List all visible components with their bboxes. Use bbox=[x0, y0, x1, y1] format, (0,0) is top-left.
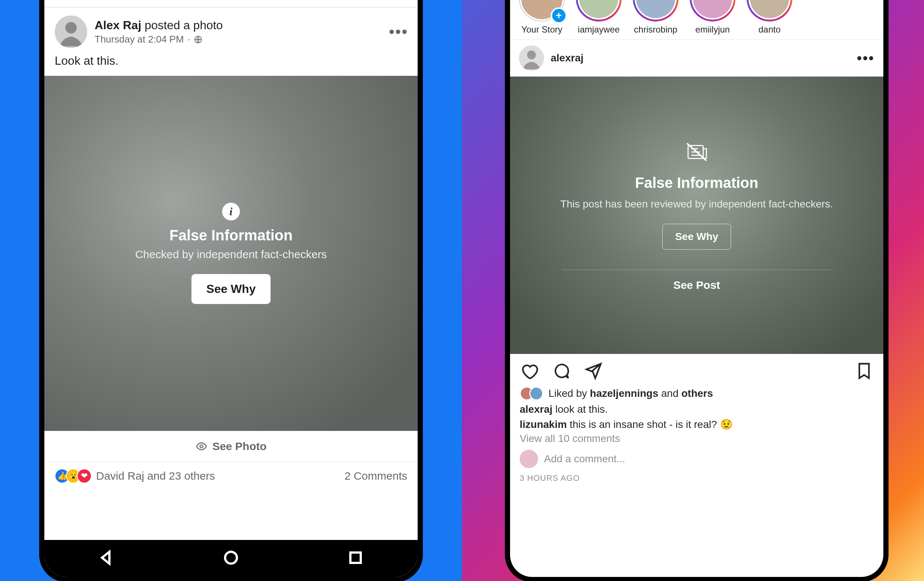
android-recents-button[interactable] bbox=[346, 549, 365, 568]
ig-more-button[interactable]: ••• bbox=[857, 50, 874, 66]
story-item[interactable]: emiilyjun bbox=[690, 0, 736, 35]
svg-point-11 bbox=[225, 552, 237, 564]
bookmark-icon bbox=[855, 361, 874, 381]
ig-timeago: 3 HOURS AGO bbox=[510, 472, 883, 485]
news-off-icon bbox=[684, 139, 710, 165]
story-label: danto bbox=[758, 25, 780, 35]
author-avatar[interactable] bbox=[55, 15, 87, 48]
reactions-text: David Raj and 23 others bbox=[96, 470, 215, 482]
facebook-top-tabs bbox=[45, 0, 417, 7]
save-button[interactable] bbox=[855, 361, 874, 382]
ig-likes-row[interactable]: Liked by hazeljennings and others bbox=[510, 386, 883, 401]
story-label: iamjaywee bbox=[578, 25, 619, 35]
add-story-icon: + bbox=[551, 7, 567, 24]
self-avatar bbox=[520, 450, 538, 468]
ig-author-avatar[interactable] bbox=[519, 45, 544, 71]
stories-tray[interactable]: +Your Storyiamjayweechrisrobinpemiilyjun… bbox=[510, 0, 883, 40]
liker-avatars bbox=[520, 386, 543, 401]
ig-see-post-button[interactable]: See Post bbox=[673, 279, 720, 291]
story-item[interactable]: +Your Story bbox=[519, 0, 565, 35]
ig-overlay-title: False Information bbox=[635, 175, 758, 191]
svg-point-8 bbox=[65, 22, 77, 34]
post-caption: Look at this. bbox=[45, 52, 417, 76]
see-why-button[interactable]: See Why bbox=[191, 274, 270, 304]
facebook-phone-frame: Alex Raj posted a photo Thursday at 2:04… bbox=[45, 0, 417, 577]
reaction-icons: 👍 😮 ❤ bbox=[55, 468, 92, 483]
comment-button[interactable] bbox=[551, 361, 571, 382]
eye-icon bbox=[196, 440, 207, 452]
story-label: Your Story bbox=[521, 25, 562, 35]
share-button[interactable] bbox=[583, 361, 602, 382]
see-photo-button[interactable]: See Photo bbox=[45, 431, 417, 462]
svg-point-10 bbox=[200, 445, 203, 448]
overlay-title: False Information bbox=[135, 227, 327, 244]
ig-overlay-divider bbox=[562, 270, 832, 270]
comments-count[interactable]: 2 Comments bbox=[345, 470, 407, 482]
overlay-subtitle: Checked by independent fact-checkers bbox=[135, 248, 327, 261]
android-home-button[interactable] bbox=[222, 549, 240, 568]
instagram-phone-frame: +Your Storyiamjayweechrisrobinpemiilyjun… bbox=[510, 0, 883, 577]
view-all-comments[interactable]: View all 10 comments bbox=[510, 431, 883, 446]
story-label: chrisrobinp bbox=[634, 25, 677, 35]
add-comment-row[interactable]: Add a comment... bbox=[510, 446, 883, 472]
ig-post-header: alexraj ••• bbox=[510, 40, 883, 76]
facebook-post: Alex Raj posted a photo Thursday at 2:04… bbox=[45, 7, 417, 490]
info-icon: i bbox=[222, 203, 240, 220]
android-back-button[interactable] bbox=[97, 549, 116, 568]
ig-top-comment[interactable]: lizunakim this is an insane shot - is it… bbox=[510, 416, 883, 431]
globe-icon bbox=[194, 35, 202, 44]
ig-username[interactable]: alexraj bbox=[551, 52, 850, 64]
share-icon bbox=[583, 361, 602, 381]
story-label: emiilyjun bbox=[695, 25, 729, 35]
post-media-overlay: i False Information Checked by independe… bbox=[45, 76, 417, 431]
post-timestamp: Thursday at 2:04 PM· bbox=[95, 34, 382, 45]
svg-point-14 bbox=[527, 51, 536, 60]
story-item[interactable]: danto bbox=[747, 0, 792, 35]
ig-action-bar bbox=[510, 354, 883, 386]
like-button[interactable] bbox=[520, 361, 539, 382]
android-nav-bar bbox=[45, 540, 417, 577]
story-item[interactable]: chrisrobinp bbox=[633, 0, 678, 35]
ig-overlay-subtitle: This post has been reviewed by independe… bbox=[560, 197, 833, 211]
ig-see-why-button[interactable]: See Why bbox=[662, 224, 731, 250]
post-more-button[interactable]: ••• bbox=[389, 23, 407, 41]
comment-icon bbox=[551, 361, 571, 381]
svg-rect-12 bbox=[350, 553, 361, 563]
heart-icon bbox=[520, 361, 539, 381]
add-comment-placeholder: Add a comment... bbox=[544, 453, 625, 465]
reactions-bar[interactable]: 👍 😮 ❤ David Raj and 23 others 2 Comments bbox=[45, 462, 417, 490]
post-author-line[interactable]: Alex Raj posted a photo bbox=[95, 18, 382, 32]
story-item[interactable]: iamjaywee bbox=[576, 0, 622, 35]
ig-media-overlay: False Information This post has been rev… bbox=[510, 76, 883, 354]
ig-caption: alexraj look at this. bbox=[510, 401, 883, 416]
